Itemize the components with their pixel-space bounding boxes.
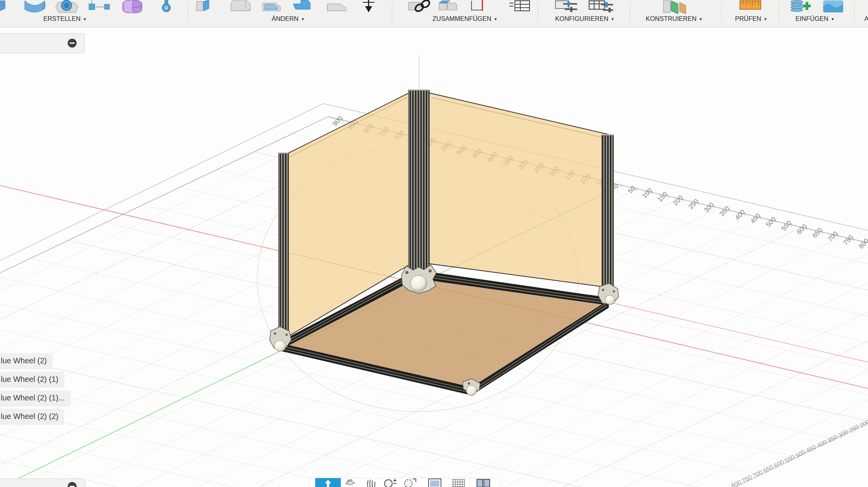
toolbar-divider [779, 2, 779, 22]
chevron-down-icon: ▼ [764, 17, 767, 21]
combine-icon[interactable] [292, 0, 311, 13]
grid-snaps-icon[interactable] [451, 478, 465, 487]
toolbar-divider [188, 2, 188, 22]
zoom-icon[interactable] [383, 478, 397, 487]
chevron-down-icon: ▼ [831, 17, 835, 21]
model-scene: 9008508007507006506005505004504003503002… [0, 0, 868, 487]
insert-mesh-icon[interactable] [789, 0, 812, 15]
component-label[interactable]: lue Wheel (2) (2) [0, 409, 64, 424]
x-axis-red-offset [599, 300, 868, 362]
rivet-icon[interactable] [161, 0, 171, 15]
configuration-table-icon[interactable] [588, 0, 614, 14]
ribbon-toolbar: ERSTELLEN▼ ÄNDERN▼ ZUSAMMENFÜGEN▼ KONFIG… [0, 0, 868, 27]
menu-auswaehlen-partial[interactable]: A [864, 14, 868, 23]
form-icon[interactable] [121, 0, 144, 15]
component-label[interactable]: lue Wheel (2) [0, 353, 52, 368]
pattern-icon[interactable] [89, 0, 111, 15]
construction-plane-icon[interactable] [663, 0, 687, 15]
component-label[interactable]: lue Wheel (2) (1) [0, 372, 64, 387]
collapse-timeline-button[interactable] [68, 482, 77, 487]
new-component-icon[interactable] [438, 0, 458, 13]
move-icon[interactable] [362, 0, 375, 15]
look-at-icon[interactable] [344, 478, 356, 487]
display-settings-icon[interactable] [428, 478, 443, 487]
press-pull-icon[interactable] [196, 0, 213, 13]
pan-hand-icon[interactable] [365, 478, 377, 487]
toolbar-divider [630, 2, 630, 22]
orbit-button-active[interactable] [315, 478, 341, 487]
measure-icon[interactable] [739, 0, 762, 12]
viewport-3d[interactable]: 9008508007507006506005505004504003503002… [0, 0, 868, 487]
menu-konfigurieren[interactable]: KONFIGURIEREN▼ [555, 14, 614, 23]
menu-erstellen[interactable]: ERSTELLEN▼ [43, 14, 87, 23]
browser-panel-collapsed [0, 33, 85, 53]
navigation-bar [309, 478, 500, 487]
menu-konstruieren[interactable]: KONSTRUIEREN▼ [646, 14, 702, 23]
hole-icon[interactable] [55, 0, 79, 15]
shell-icon[interactable] [262, 0, 281, 13]
canvas-image-icon[interactable] [823, 0, 844, 14]
post-left [279, 153, 289, 341]
post-right [602, 135, 613, 289]
fillet-icon[interactable] [230, 0, 252, 13]
menu-pruefen[interactable]: PRÜFEN▼ [735, 14, 767, 23]
chevron-down-icon: ▼ [611, 17, 615, 21]
zoom-window-icon[interactable] [403, 478, 417, 487]
section-analysis-icon[interactable] [471, 0, 485, 13]
offset-face-icon[interactable] [326, 0, 347, 13]
new-solid-icon[interactable] [0, 0, 14, 15]
menu-zusammenfuegen[interactable]: ZUSAMMENFÜGEN▼ [432, 14, 497, 23]
toolbar-divider [392, 2, 392, 22]
menu-einfuegen[interactable]: EINFÜGEN▼ [795, 14, 834, 23]
configuration-icon[interactable] [555, 0, 578, 14]
component-label[interactable]: lue Wheel (2) (1)... [0, 390, 70, 405]
toolbar-divider [854, 2, 854, 22]
viewports-icon[interactable] [476, 478, 491, 487]
chevron-down-icon: ▼ [83, 17, 87, 21]
post-back [408, 90, 429, 270]
chevron-down-icon: ▼ [699, 17, 703, 21]
joint-icon[interactable] [408, 0, 430, 14]
chevron-down-icon: ▼ [494, 17, 497, 21]
parameters-table-icon[interactable] [509, 0, 530, 13]
toolbar-divider [721, 2, 722, 22]
collapse-browser-button[interactable] [68, 39, 77, 48]
menu-aendern[interactable]: ÄNDERN▼ [272, 14, 305, 23]
chevron-down-icon: ▼ [301, 17, 305, 21]
toolbar-divider [538, 2, 538, 22]
sweep-icon[interactable] [23, 0, 46, 15]
timeline-panel-collapsed [0, 478, 85, 487]
